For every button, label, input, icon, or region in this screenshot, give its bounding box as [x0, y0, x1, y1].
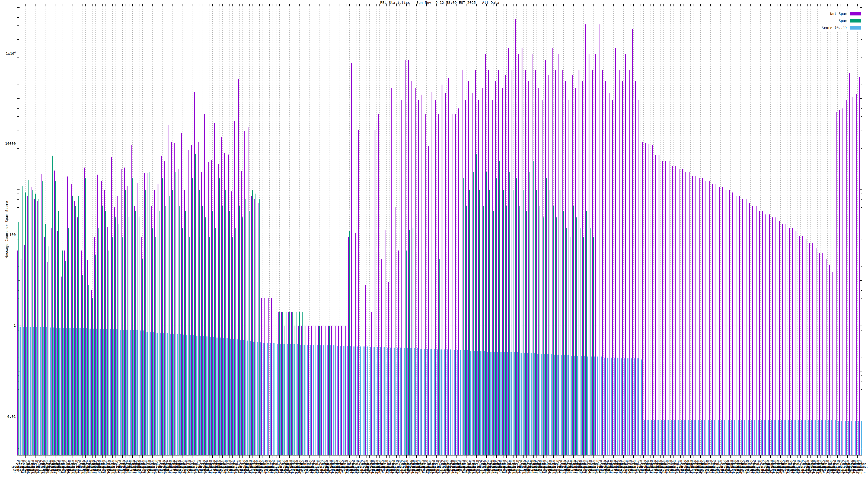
- rbl-statistics-chart: RBL Statistics - Sun Nov 9 12:58:09 EST …: [0, 0, 868, 488]
- legend-swatch-spam: [850, 19, 861, 23]
- legend-item-spam: Spam: [822, 17, 861, 24]
- legend-label-score: Score (0..1): [822, 26, 847, 30]
- legend-swatch-score: [850, 26, 861, 30]
- legend-item-not-spam: Not Spam: [822, 10, 861, 17]
- x-axis-label-strip: 9@ zen. spamhaus. org origin2@ b. barrac…: [0, 0, 868, 488]
- legend: Not Spam Spam Score (0..1): [820, 9, 862, 32]
- legend-swatch-not-spam: [850, 12, 861, 15]
- legend-item-score: Score (0..1): [822, 24, 861, 31]
- x-tick-label: 9@ zen. spamhaus. org origin: [854, 460, 868, 474]
- legend-label-not-spam: Not Spam: [830, 12, 847, 16]
- legend-label-spam: Spam: [839, 19, 847, 23]
